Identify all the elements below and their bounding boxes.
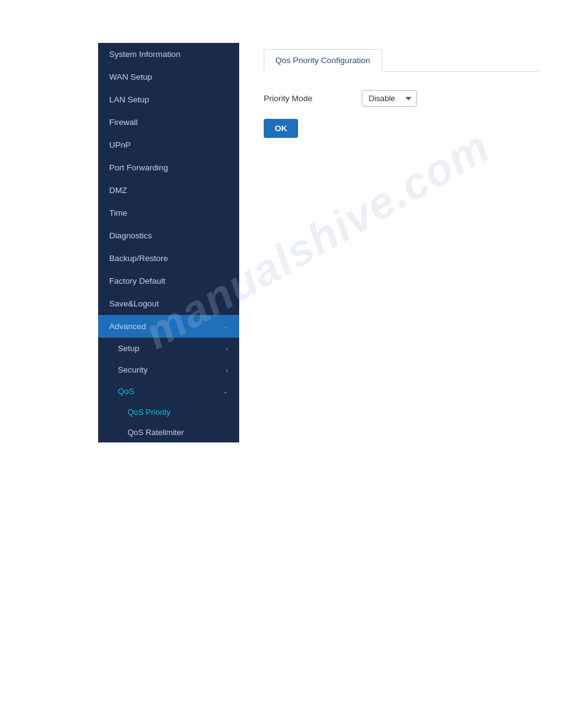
sidebar-item-label: System Information — [109, 50, 180, 59]
sidebar-sub-item-qos[interactable]: QoS ⌄ — [98, 381, 239, 402]
main-content: Qos Priority Configuration Priority Mode… — [239, 43, 563, 442]
priority-mode-select[interactable]: Disable Enable — [362, 90, 417, 107]
sidebar-item-time[interactable]: Time — [98, 202, 239, 224]
sidebar-sub-item-setup[interactable]: Setup › — [98, 338, 239, 359]
chevron-right-icon: › — [226, 366, 228, 374]
ok-button-row: OK — [264, 119, 538, 138]
sidebar-item-lan-setup[interactable]: LAN Setup — [98, 88, 239, 111]
sidebar-item-upnp[interactable]: UPnP — [98, 134, 239, 156]
sidebar-sub-item-label: Setup — [118, 344, 139, 353]
priority-mode-row: Priority Mode Disable Enable — [264, 90, 538, 107]
sidebar-sub-sub-item-qos-ratelimiter[interactable]: QoS Ratelimiter — [98, 422, 239, 442]
sidebar: System Information WAN Setup LAN Setup F… — [98, 43, 239, 442]
priority-mode-label: Priority Mode — [264, 94, 362, 103]
sidebar-item-label: Backup/Restore — [109, 254, 168, 263]
sidebar-sub-sub-item-label: QoS Ratelimiter — [128, 428, 184, 437]
sidebar-item-label: Diagnostics — [109, 231, 152, 240]
sidebar-sub-sub-item-label: QoS Priority — [128, 408, 170, 417]
sidebar-item-label: Save&Logout — [109, 299, 159, 308]
tab-label: Qos Priority Configuration — [275, 56, 370, 65]
sidebar-item-label: Time — [109, 208, 128, 218]
sidebar-item-system-information[interactable]: System Information — [98, 43, 239, 66]
sidebar-sub-sub-item-qos-priority[interactable]: QoS Priority — [98, 402, 239, 422]
sidebar-item-factory-default[interactable]: Factory Default — [98, 270, 239, 292]
sidebar-item-label: Port Forwarding — [109, 163, 168, 172]
sidebar-sub-item-label: QoS — [118, 387, 134, 396]
sidebar-item-save-logout[interactable]: Save&Logout — [98, 292, 239, 315]
sidebar-item-wan-setup[interactable]: WAN Setup — [98, 66, 239, 88]
tab-container: Qos Priority Configuration — [264, 49, 538, 72]
sidebar-item-label: Firewall — [109, 118, 138, 127]
sidebar-item-label: Factory Default — [109, 276, 166, 286]
sidebar-item-firewall[interactable]: Firewall — [98, 111, 239, 134]
chevron-down-icon: ⌄ — [223, 387, 228, 395]
sidebar-item-label: WAN Setup — [109, 72, 152, 82]
sidebar-item-label: LAN Setup — [109, 95, 149, 104]
sidebar-item-label: Advanced — [109, 322, 146, 331]
sidebar-item-label: DMZ — [109, 186, 127, 195]
sidebar-item-label: UPnP — [109, 140, 131, 150]
sidebar-item-dmz[interactable]: DMZ — [98, 179, 239, 202]
ok-button[interactable]: OK — [264, 119, 298, 138]
chevron-right-icon: › — [226, 345, 228, 352]
sidebar-item-port-forwarding[interactable]: Port Forwarding — [98, 156, 239, 179]
sidebar-item-backup-restore[interactable]: Backup/Restore — [98, 247, 239, 270]
tab-qos-priority-configuration[interactable]: Qos Priority Configuration — [264, 49, 382, 72]
chevron-down-icon: ⌄ — [223, 322, 228, 330]
sidebar-sub-item-label: Security — [118, 365, 148, 374]
sidebar-item-advanced[interactable]: Advanced ⌄ — [98, 315, 239, 338]
sidebar-item-diagnostics[interactable]: Diagnostics — [98, 224, 239, 247]
sidebar-sub-item-security[interactable]: Security › — [98, 359, 239, 381]
